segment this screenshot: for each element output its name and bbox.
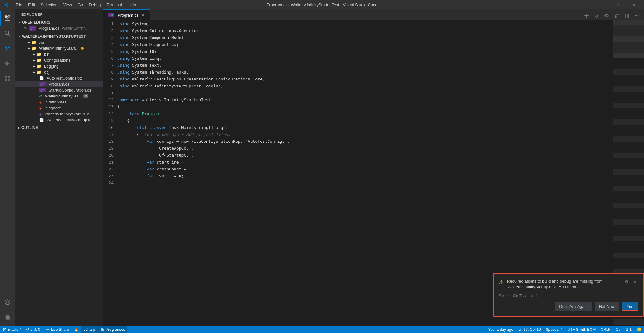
- status-branch[interactable]: master*: [0, 326, 24, 333]
- dont-ask-again-button[interactable]: Don't Ask Again: [555, 302, 592, 311]
- code-line-23: for (var i = 0;: [117, 173, 613, 180]
- tree-item-autotestconfigs[interactable]: 📄 AutoTestConfigs.txt: [15, 75, 103, 81]
- toolbar-eye-icon[interactable]: [602, 11, 611, 20]
- tree-item-program-cs[interactable]: C# Program.cs: [15, 81, 103, 87]
- tree-item-logging[interactable]: ▶ 📁 Logging: [15, 63, 103, 69]
- status-sync[interactable]: ↺ 0 ⚠ 0: [24, 326, 42, 333]
- tab-toolbar: ⋯: [582, 11, 644, 20]
- tree-item-configurations[interactable]: ▶ 📁 Configurations: [15, 57, 103, 63]
- line-number: 1: [111, 20, 114, 27]
- activity-source-control[interactable]: [0, 41, 15, 56]
- svg-point-15: [617, 14, 618, 15]
- activity-remote[interactable]: [0, 296, 15, 311]
- activity-settings[interactable]: [0, 311, 15, 326]
- notification-close-button[interactable]: ✕: [631, 279, 638, 286]
- line-number: 13: [108, 103, 114, 110]
- notification-header: ⚠ Required assets to build and debug are…: [499, 279, 638, 290]
- activity-search[interactable]: [0, 26, 15, 41]
- status-spaces[interactable]: Spaces: 4: [543, 326, 565, 333]
- status-error[interactable]: ⊘ 1: [623, 326, 634, 333]
- status-file[interactable]: Program.cs: [97, 326, 127, 333]
- status-eol[interactable]: CRLF: [598, 326, 613, 333]
- status-git-status[interactable]: You, a day ago: [486, 326, 516, 333]
- menu-edit[interactable]: Edit: [25, 2, 37, 8]
- tree-item-csproj[interactable]: ⚙ WalterIv.InfinitySta... M: [15, 93, 103, 99]
- tree-item-sln[interactable]: ◈ WalterIv.InfinityStartupTe...: [15, 111, 103, 117]
- menu-debug[interactable]: Debug: [86, 2, 103, 8]
- toolbar-split-editor-icon[interactable]: [622, 11, 631, 20]
- outline-label: OUTLINE: [21, 125, 38, 130]
- svg-point-7: [4, 63, 6, 64]
- line-number: 8: [111, 69, 114, 76]
- tree-item-vs[interactable]: ▶ 📁 .vs: [15, 39, 103, 45]
- tree-item-gitattributes[interactable]: ◈ .gitattributes: [15, 99, 103, 105]
- svg-rect-9: [8, 76, 10, 78]
- project-header[interactable]: ▼ WALTERLV.INFINITYSTARTUPTEST: [15, 34, 103, 39]
- chevron-right-icon: ▶: [33, 58, 35, 62]
- status-position[interactable]: Ln 17, Col 10: [516, 326, 543, 333]
- maximize-button[interactable]: □: [612, 0, 626, 9]
- code-line-16: static async Task Main(string[] args): [117, 124, 613, 131]
- menu-terminal[interactable]: Terminal: [104, 2, 124, 8]
- line-number: 10: [108, 83, 114, 90]
- code-line-7: using System.Text;: [117, 62, 613, 69]
- menu-file[interactable]: File: [13, 2, 25, 8]
- encoding-text: UTF-8 with BOM: [568, 327, 596, 332]
- chevron-right-icon: ▶: [33, 53, 35, 56]
- eol-text: CRLF: [601, 327, 610, 332]
- tree-item-obj[interactable]: ▶ 📁 obj: [15, 69, 103, 75]
- status-encoding[interactable]: UTF-8 with BOM: [565, 326, 598, 333]
- notification-settings-button[interactable]: ⚙: [623, 279, 630, 286]
- outline-section-header[interactable]: ▶ OUTLINE: [15, 124, 103, 131]
- status-lang-mode[interactable]: csharp: [81, 326, 97, 333]
- menu-help[interactable]: Help: [125, 2, 139, 8]
- item-label: .gitignore: [44, 106, 61, 110]
- code-line-12: namespace Walterlv.InfinityStartupTest: [117, 97, 613, 103]
- folder-icon: 📁: [31, 46, 36, 51]
- code-line-20: .Of<StartupC...: [117, 152, 613, 159]
- svg-rect-11: [8, 79, 10, 81]
- line-number: 24: [108, 180, 114, 186]
- menu-selection[interactable]: Selection: [38, 2, 60, 8]
- activity-explorer[interactable]: [0, 11, 15, 26]
- csproj-icon: ⚙: [39, 94, 42, 98]
- status-smile[interactable]: 🙂: [634, 326, 644, 333]
- menu-view[interactable]: View: [61, 2, 75, 8]
- not-now-button[interactable]: Not Now: [595, 302, 619, 311]
- close-button[interactable]: ✕: [626, 0, 641, 9]
- line-number: 21: [108, 159, 114, 166]
- tree-item-last[interactable]: 📄 WalterIv.InfinityStartupTe...: [15, 117, 103, 123]
- toolbar-source-control-icon[interactable]: [612, 11, 621, 20]
- svg-rect-8: [5, 76, 7, 78]
- toolbar-more-icon[interactable]: ⋯: [632, 11, 641, 20]
- status-fire[interactable]: 🔥: [71, 326, 81, 333]
- svg-rect-17: [625, 14, 626, 18]
- toolbar-sync-icon[interactable]: [592, 11, 601, 20]
- tab-close-button[interactable]: ✕: [141, 13, 146, 18]
- editor-area: C# Program.cs ✕ ⋯: [103, 9, 644, 326]
- activity-extensions[interactable]: [0, 71, 15, 86]
- open-editor-item[interactable]: ✕ C# Program.cs WalterIv.Infinit...: [15, 25, 103, 31]
- fire-icon: 🔥: [74, 327, 79, 332]
- code-line-13: {: [117, 103, 613, 110]
- folder-icon: 📁: [36, 58, 42, 63]
- tree-item-bin[interactable]: ▶ 📁 bin: [15, 51, 103, 57]
- notification-title: Required assets to build and debug are m…: [507, 279, 620, 290]
- status-language[interactable]: C#: [613, 326, 623, 333]
- close-icon[interactable]: ✕: [23, 26, 28, 31]
- toolbar-split-icon[interactable]: [582, 11, 591, 20]
- activity-run[interactable]: [0, 56, 15, 71]
- menu-go[interactable]: Go: [75, 2, 86, 8]
- open-editors-header[interactable]: ▼ OPEN EDITORS: [15, 19, 103, 25]
- code-editor[interactable]: 1 2 3 4 5 6 7 8 9 10 11 12 13 14 15 16 1…: [103, 20, 644, 326]
- status-live-share[interactable]: Live Share: [43, 326, 71, 333]
- minimap-slider[interactable]: [613, 20, 644, 58]
- svg-point-4: [5, 46, 7, 48]
- tree-item-gitignore[interactable]: ◈ .gitignore: [15, 105, 103, 111]
- tree-item-startup-config[interactable]: C# StartupConfiguration.cs: [15, 87, 103, 93]
- minimize-button[interactable]: ─: [597, 0, 612, 9]
- position-text: Ln 17, Col 10: [518, 327, 541, 332]
- tab-program-cs[interactable]: C# Program.cs ✕: [103, 9, 150, 20]
- tree-item-walterivfolder[interactable]: ▶ 📁 WalterIv.InfinityStart...: [15, 45, 103, 51]
- yes-button[interactable]: Yes: [622, 302, 638, 311]
